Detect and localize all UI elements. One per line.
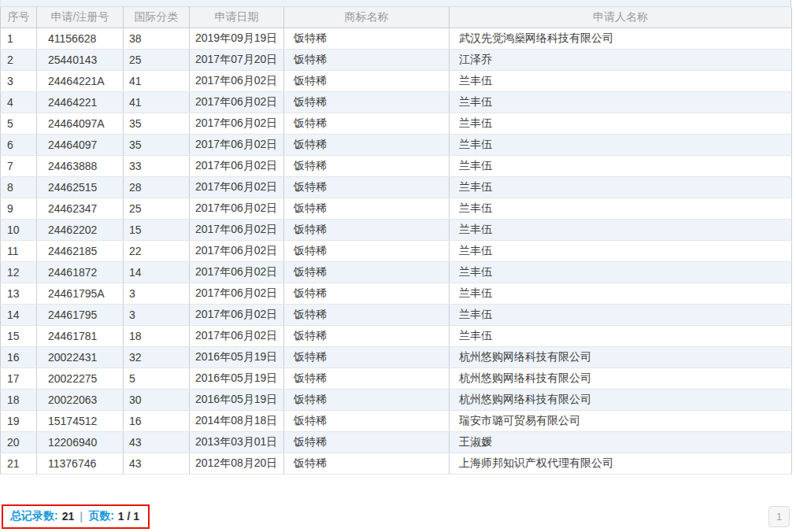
applicant-cell: 江泽乔 [450, 49, 792, 70]
class-cell: 35 [124, 113, 190, 134]
date-cell: 2016年05月19日 [190, 389, 284, 410]
table-row: 1124462185222017年06月02日饭特稀兰丰伍 [1, 240, 792, 261]
applicant-cell: 兰丰伍 [450, 198, 792, 219]
class-cell: 14 [124, 261, 190, 283]
trademark-link[interactable]: 饭特稀 [284, 240, 450, 261]
date-cell: 2017年06月02日 [190, 261, 284, 283]
table-row: 924462347252017年06月02日饭特稀兰丰伍 [1, 198, 792, 219]
table-row: 1524461781182017年06月02日饭特稀兰丰伍 [1, 325, 792, 346]
applicant-cell: 王淑媛 [450, 431, 792, 453]
trademark-link[interactable]: 饭特稀 [284, 155, 450, 176]
page-count-value: 1 / 1 [118, 510, 139, 523]
trademark-link[interactable]: 饭特稀 [284, 389, 450, 410]
applicant-cell: 兰丰伍 [450, 261, 792, 283]
serial-cell: 3 [1, 70, 37, 91]
table-row: 1324461795A32017年06月02日饭特稀兰丰伍 [1, 283, 792, 304]
column-header-date: 申请日期 [190, 7, 284, 28]
regno-link[interactable]: 15174512 [37, 410, 124, 431]
applicant-cell: 兰丰伍 [450, 70, 792, 91]
serial-cell: 2 [1, 49, 37, 70]
trademark-link[interactable]: 饭特稀 [284, 431, 450, 453]
regno-link[interactable]: 24464097A [37, 113, 124, 134]
trademark-link[interactable]: 饭特稀 [284, 304, 450, 325]
serial-cell: 12 [1, 261, 37, 283]
applicant-cell: 兰丰伍 [450, 91, 792, 113]
page-count-label: 页数: [88, 509, 114, 523]
regno-link[interactable]: 24464097 [37, 134, 124, 155]
table-row: 624464097352017年06月02日饭特稀兰丰伍 [1, 134, 792, 155]
trademark-results-table: 序号 申请/注册号 国际分类 申请日期 商标名称 申请人名称 141156628… [0, 7, 792, 475]
regno-link[interactable]: 25440143 [37, 49, 124, 70]
column-header-mark: 商标名称 [284, 7, 450, 28]
column-header-regno: 申请/注册号 [37, 7, 124, 28]
regno-link[interactable]: 20022063 [37, 389, 124, 410]
applicant-cell: 杭州悠购网络科技有限公司 [450, 346, 792, 368]
date-cell: 2017年06月02日 [190, 70, 284, 91]
trademark-link[interactable]: 饭特稀 [284, 198, 450, 219]
regno-link[interactable]: 24462185 [37, 240, 124, 261]
pagination-page-1-button[interactable]: 1 [768, 506, 790, 527]
date-cell: 2017年06月02日 [190, 325, 284, 346]
date-cell: 2017年06月02日 [190, 283, 284, 304]
serial-cell: 18 [1, 389, 37, 410]
table-row: 1820022063302016年05月19日饭特稀杭州悠购网络科技有限公司 [1, 389, 792, 410]
regno-link[interactable]: 24461795 [37, 304, 124, 325]
table-row: 1224461872142017年06月02日饭特稀兰丰伍 [1, 261, 792, 283]
serial-cell: 15 [1, 325, 37, 346]
trademark-link[interactable]: 饭特稀 [284, 325, 450, 346]
regno-link[interactable]: 12206940 [37, 431, 124, 453]
regno-link[interactable]: 24462347 [37, 198, 124, 219]
record-summary-box: 总记录数: 21 | 页数: 1 / 1 [2, 504, 150, 529]
regno-link[interactable]: 24461781 [37, 325, 124, 346]
regno-link[interactable]: 41156628 [37, 28, 124, 49]
regno-link[interactable]: 11376746 [37, 453, 124, 474]
regno-link[interactable]: 24463888 [37, 155, 124, 176]
trademark-link[interactable]: 饭特稀 [284, 219, 450, 240]
date-cell: 2019年09月19日 [190, 28, 284, 49]
serial-cell: 6 [1, 134, 37, 155]
trademark-link[interactable]: 饭特稀 [284, 91, 450, 113]
regno-link[interactable]: 24464221A [37, 70, 124, 91]
serial-cell: 19 [1, 410, 37, 431]
class-cell: 41 [124, 70, 190, 91]
trademark-link[interactable]: 饭特稀 [284, 49, 450, 70]
date-cell: 2017年06月02日 [190, 113, 284, 134]
table-row: 724463888332017年06月02日饭特稀兰丰伍 [1, 155, 792, 176]
table-row: 424464221412017年06月02日饭特稀兰丰伍 [1, 91, 792, 113]
trademark-link[interactable]: 饭特稀 [284, 283, 450, 304]
table-row: 2111376746432012年08月20日饭特稀上海师邦知识产权代理有限公司 [1, 453, 792, 474]
trademark-link[interactable]: 饭特稀 [284, 134, 450, 155]
applicant-cell: 杭州悠购网络科技有限公司 [450, 368, 792, 389]
date-cell: 2017年06月02日 [190, 91, 284, 113]
trademark-link[interactable]: 饭特稀 [284, 176, 450, 198]
trademark-link[interactable]: 饭特稀 [284, 28, 450, 49]
regno-link[interactable]: 24461872 [37, 261, 124, 283]
class-cell: 3 [124, 283, 190, 304]
class-cell: 15 [124, 219, 190, 240]
class-cell: 43 [124, 431, 190, 453]
total-records-value: 21 [62, 510, 75, 523]
regno-link[interactable]: 24462202 [37, 219, 124, 240]
trademark-link[interactable]: 饭特稀 [284, 410, 450, 431]
class-cell: 3 [124, 304, 190, 325]
regno-link[interactable]: 20022431 [37, 346, 124, 368]
serial-cell: 8 [1, 176, 37, 198]
trademark-link[interactable]: 饭特稀 [284, 70, 450, 91]
regno-link[interactable]: 24461795A [37, 283, 124, 304]
trademark-link[interactable]: 饭特稀 [284, 346, 450, 368]
applicant-cell: 兰丰伍 [450, 219, 792, 240]
trademark-link[interactable]: 饭特稀 [284, 453, 450, 474]
date-cell: 2014年08月18日 [190, 410, 284, 431]
regno-link[interactable]: 20022275 [37, 368, 124, 389]
serial-cell: 4 [1, 91, 37, 113]
applicant-cell: 兰丰伍 [450, 304, 792, 325]
applicant-cell: 兰丰伍 [450, 113, 792, 134]
date-cell: 2017年06月02日 [190, 219, 284, 240]
serial-cell: 13 [1, 283, 37, 304]
trademark-link[interactable]: 饭特稀 [284, 113, 450, 134]
trademark-link[interactable]: 饭特稀 [284, 261, 450, 283]
date-cell: 2012年08月20日 [190, 453, 284, 474]
regno-link[interactable]: 24464221 [37, 91, 124, 113]
regno-link[interactable]: 24462515 [37, 176, 124, 198]
trademark-link[interactable]: 饭特稀 [284, 368, 450, 389]
